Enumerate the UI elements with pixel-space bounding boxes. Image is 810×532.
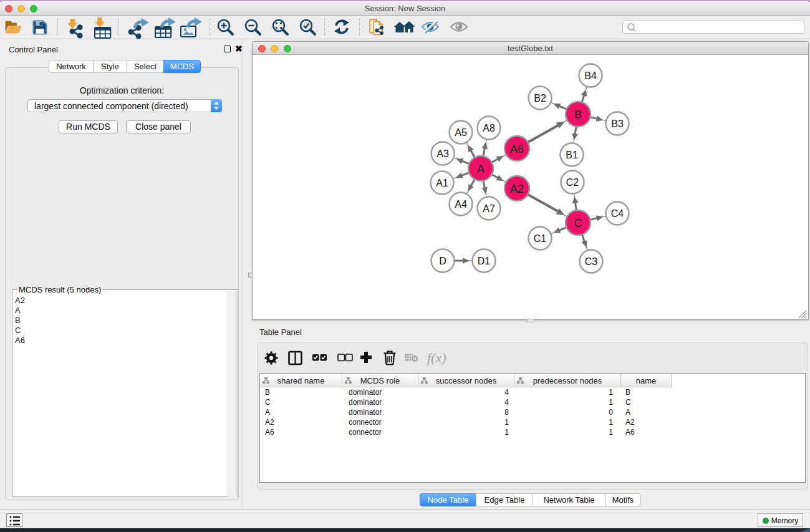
- svg-text:A5: A5: [455, 127, 467, 138]
- svg-text:B1: B1: [566, 150, 578, 160]
- svg-text:C4: C4: [611, 208, 624, 219]
- svg-text:D1: D1: [478, 256, 491, 266]
- svg-text:C1: C1: [534, 233, 547, 244]
- svg-text:A3: A3: [436, 148, 449, 159]
- svg-text:f(x): f(x): [427, 350, 446, 365]
- svg-text:A: A: [477, 163, 485, 175]
- svg-text:C: C: [574, 217, 582, 230]
- svg-text:A4: A4: [455, 199, 467, 210]
- svg-text:C3: C3: [585, 256, 598, 267]
- svg-text:A2: A2: [510, 183, 524, 195]
- svg-text:B4: B4: [584, 70, 597, 81]
- svg-text:C2: C2: [566, 177, 579, 188]
- svg-text:A8: A8: [483, 123, 495, 133]
- svg-text:D: D: [439, 256, 446, 266]
- svg-text:A7: A7: [483, 203, 495, 214]
- svg-text:A6: A6: [510, 143, 524, 155]
- svg-text:B: B: [574, 109, 582, 121]
- svg-text:B2: B2: [534, 93, 546, 104]
- svg-text:A1: A1: [436, 178, 448, 188]
- svg-text:B3: B3: [611, 118, 624, 129]
